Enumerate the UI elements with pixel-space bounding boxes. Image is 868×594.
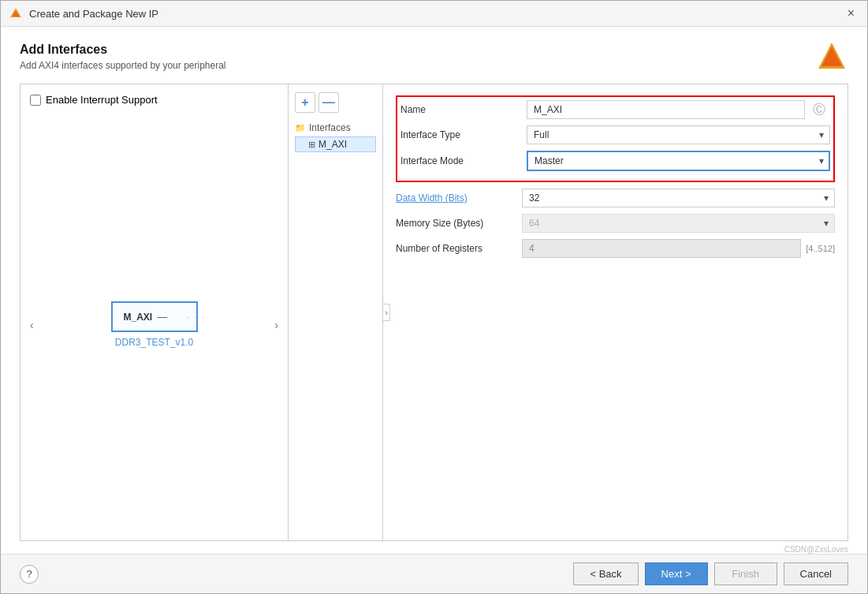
- module-dash: —: [157, 311, 167, 323]
- memory-size-select[interactable]: 64: [522, 214, 835, 233]
- highlighted-fields: Name Ⓒ Interface Type Full Lite: [396, 95, 835, 182]
- footer-left: ?: [20, 565, 39, 584]
- page-header: Add Interfaces Add AXI4 interfaces suppo…: [20, 43, 848, 71]
- left-panel: Enable Interrupt Support M_AXI — · · · D…: [20, 84, 289, 540]
- dialog-create-package-ip: Create and Package New IP × Add Interfac…: [0, 0, 868, 594]
- title-bar-left: Create and Package New IP: [9, 6, 158, 21]
- data-width-label[interactable]: Data Width (Bits): [396, 192, 522, 204]
- interface-mode-label: Interface Mode: [400, 155, 527, 166]
- remove-interface-button[interactable]: —: [319, 92, 339, 113]
- interface-mode-row: Interface Mode Master Slave: [400, 151, 830, 171]
- enable-interrupt-row: Enable Interrupt Support: [30, 94, 278, 106]
- num-registers-hint: [4..512]: [806, 244, 835, 253]
- enable-interrupt-label: Enable Interrupt Support: [46, 94, 158, 106]
- help-button[interactable]: ?: [20, 565, 39, 584]
- vivado-logo-icon: [815, 40, 848, 73]
- left-chevron-btn[interactable]: ‹: [27, 316, 37, 334]
- interface-type-select-wrapper: Full Lite Stream: [527, 125, 830, 144]
- interface-mode-select[interactable]: Master Slave: [527, 151, 830, 171]
- memory-size-label: Memory Size (Bytes): [396, 218, 522, 229]
- interfaces-tree: 📁 Interfaces ⊞ M_AXI: [295, 121, 376, 152]
- watermark: CSDN@ZxsLoves: [784, 545, 848, 554]
- interface-label: M_AXI: [319, 139, 347, 150]
- page-subtitle: Add AXI4 interfaces supported by your pe…: [20, 60, 848, 71]
- interface-type-label: Interface Type: [400, 129, 527, 140]
- close-button[interactable]: ×: [843, 6, 859, 21]
- enable-interrupt-checkbox[interactable]: [30, 95, 41, 106]
- module-box-label: M_AXI: [124, 312, 153, 323]
- folder-label: Interfaces: [309, 122, 351, 133]
- clear-name-button[interactable]: Ⓒ: [808, 102, 830, 118]
- name-row: Name Ⓒ: [400, 100, 830, 119]
- vivado-icon: [9, 6, 23, 21]
- name-field-wrapper: Ⓒ: [527, 100, 830, 119]
- data-width-select-wrapper: 32 64 128 256: [522, 189, 835, 207]
- num-registers-input[interactable]: [522, 239, 801, 258]
- middle-panel-collapse-btn[interactable]: ›: [382, 304, 390, 321]
- num-registers-label: Number of Registers: [396, 243, 522, 254]
- next-button[interactable]: Next >: [645, 562, 708, 585]
- svg-marker-3: [821, 47, 842, 66]
- title-bar: Create and Package New IP ×: [1, 1, 867, 27]
- module-box: M_AXI — · · ·: [111, 301, 198, 332]
- tree-item-m-axi[interactable]: ⊞ M_AXI: [295, 136, 376, 152]
- data-width-row: Data Width (Bits) 32 64 128 256: [396, 189, 835, 207]
- toolbar: + —: [295, 92, 376, 113]
- folder-icon: 📁: [295, 123, 306, 133]
- num-registers-row: Number of Registers [4..512]: [396, 239, 835, 258]
- content-area: Add Interfaces Add AXI4 interfaces suppo…: [1, 27, 867, 554]
- num-registers-wrapper: [4..512]: [522, 239, 835, 258]
- logo-area: [815, 40, 848, 76]
- component-name: DDR3_TEST_v1.0: [115, 337, 193, 348]
- name-input[interactable]: [527, 100, 805, 119]
- cancel-button[interactable]: Cancel: [784, 562, 848, 585]
- dialog-title: Create and Package New IP: [29, 8, 158, 20]
- diagram-area: M_AXI — · · · DDR3_TEST_v1.0 ‹ ›: [30, 118, 278, 531]
- tree-folder-interfaces: 📁 Interfaces: [295, 121, 376, 135]
- right-panel: Name Ⓒ Interface Type Full Lite: [383, 84, 848, 540]
- memory-size-select-wrapper: 64: [522, 214, 835, 233]
- back-button[interactable]: < Back: [573, 562, 638, 585]
- memory-size-row: Memory Size (Bytes) 64: [396, 214, 835, 233]
- name-label: Name: [400, 104, 527, 115]
- page-title: Add Interfaces: [20, 43, 848, 57]
- footer: ? < Back Next > Finish Cancel: [1, 554, 867, 593]
- middle-panel: + — 📁 Interfaces ⊞ M_AXI ›: [289, 84, 383, 540]
- module-dots: · · ·: [187, 312, 206, 321]
- right-chevron-btn[interactable]: ›: [271, 316, 281, 334]
- finish-button[interactable]: Finish: [714, 562, 777, 585]
- interface-type-row: Interface Type Full Lite Stream: [400, 125, 830, 144]
- interface-icon: ⊞: [308, 140, 315, 150]
- data-width-select[interactable]: 32 64 128 256: [522, 189, 835, 207]
- interface-mode-select-wrapper: Master Slave: [527, 151, 830, 171]
- interface-type-select[interactable]: Full Lite Stream: [527, 125, 830, 144]
- add-interface-button[interactable]: +: [295, 92, 315, 113]
- footer-right: < Back Next > Finish Cancel: [573, 562, 848, 585]
- main-panels: Enable Interrupt Support M_AXI — · · · D…: [20, 84, 848, 541]
